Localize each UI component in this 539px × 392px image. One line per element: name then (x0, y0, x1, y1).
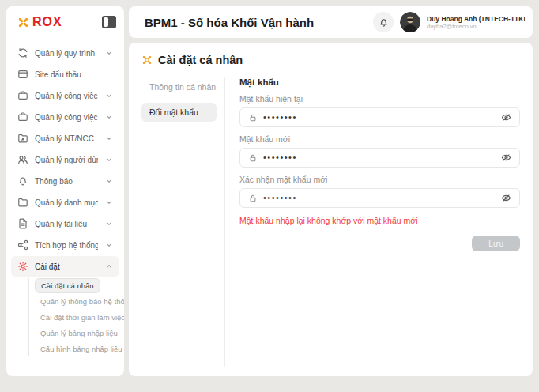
eye-off-icon[interactable] (501, 112, 511, 122)
briefcase-icon (17, 90, 28, 101)
sidebar-item-label: Quản lý quy trình (35, 49, 98, 58)
confirm-password-label: Xác nhận mật khẩu mới (239, 175, 520, 184)
sidebar-item-label: Quản lý tài liệu (35, 220, 98, 228)
new-password-input[interactable]: •••••••• (239, 148, 520, 168)
sidebar-item-quan-ly-cong-viec-1[interactable]: Quản lý công việc (11, 85, 119, 106)
sidebar-logo-row: ROX (6, 6, 124, 38)
site-icon (17, 69, 28, 80)
top-bar: BPM1 - Số hóa Khối Vận hành Duy Hoang An… (129, 6, 533, 38)
sidebar-item-label: Tích hợp hệ thống (35, 241, 98, 250)
sidebar-item-label: Quản lý NT/NCC (35, 134, 98, 143)
top-bar-actions: Duy Hoang Anh (TNTECH-TTKD TKT... duyha2… (373, 12, 525, 32)
tab-change-password[interactable]: Đổi mật khẩu (141, 103, 217, 122)
page-title: Cài đặt cá nhân (158, 54, 243, 66)
briefcase-icon (17, 111, 28, 122)
masked-password-value: •••••••• (263, 194, 496, 202)
process-icon (17, 47, 28, 58)
app-title: BPM1 - Số hóa Khối Vận hành (145, 16, 373, 29)
avatar[interactable] (400, 12, 420, 32)
eye-off-icon[interactable] (501, 193, 511, 203)
chevron-down-icon (104, 91, 114, 100)
submenu-item-cai-dat-ca-nhan[interactable]: Cài đặt cá nhân (35, 278, 100, 293)
submenu-item-quan-ly-thong-bao-he-thong[interactable]: Quản lý thông báo hệ thống (35, 294, 119, 309)
chevron-down-icon (104, 48, 114, 58)
current-password-input[interactable]: •••••••• (239, 107, 520, 127)
lock-icon (248, 113, 258, 122)
settings-tabs: Thông tin cá nhân Đổi mật khẩu (141, 77, 225, 367)
app-window: ROX Quản lý quy trình Site đấu thầu Quản… (0, 0, 539, 392)
sidebar-item-label: Thông báo (35, 177, 98, 186)
folder-user-icon (17, 133, 28, 144)
chevron-down-icon (104, 134, 114, 143)
sidebar-collapse-icon[interactable] (102, 16, 116, 28)
bell-icon (17, 175, 28, 187)
current-password-label: Mật khẩu hiện tại (239, 94, 520, 104)
sidebar-item-label: Quản lý danh mục (35, 198, 98, 207)
submenu-item-cai-dat-thoi-gian-lam-viec[interactable]: Cài đặt thời gian làm việc (35, 310, 119, 325)
sidebar-item-tich-hop-he-thong[interactable]: Tích hợp hệ thống (11, 235, 119, 255)
sidebar-item-quan-ly-tai-lieu[interactable]: Quản lý tài liệu (11, 213, 119, 234)
chevron-down-icon (104, 219, 114, 228)
sidebar-item-quan-ly-nguoi-dung[interactable]: Quản lý người dùng (11, 149, 119, 170)
sidebar-menu: Quản lý quy trình Site đấu thầu Quản lý … (6, 38, 124, 376)
gear-icon (17, 261, 28, 272)
page-title-icon (141, 55, 153, 66)
section-title: Mật khẩu (239, 77, 520, 87)
sidebar-item-label: Cài đặt (35, 262, 98, 271)
document-icon (17, 218, 28, 229)
sidebar-item-label: Quản lý công việc (35, 92, 98, 100)
bell-icon (379, 17, 389, 28)
settings-body: Thông tin cá nhân Đổi mật khẩu Mật khẩu … (141, 77, 520, 367)
sidebar-item-label: Quản lý công việc (35, 113, 98, 122)
sidebar-item-quan-ly-cong-viec-2[interactable]: Quản lý công việc (11, 107, 119, 127)
users-icon (17, 154, 28, 165)
sidebar-item-quan-ly-quy-trinh[interactable]: Quản lý quy trình (11, 43, 119, 63)
save-button[interactable]: Lưu (472, 236, 520, 251)
eye-off-icon[interactable] (501, 153, 511, 163)
chevron-down-icon (104, 176, 114, 186)
lock-icon (248, 194, 258, 203)
sidebar-item-thong-bao[interactable]: Thông báo (11, 171, 119, 191)
chevron-down-icon (104, 240, 114, 250)
chevron-down-icon (104, 112, 114, 122)
chevron-down-icon (104, 155, 114, 164)
sidebar-item-label: Site đấu thầu (35, 70, 114, 79)
sidebar-item-site-dau-thau[interactable]: Site đấu thầu (11, 64, 119, 85)
submenu-item-quan-ly-bang-nhap-lieu[interactable]: Quản lý bảng nhập liệu (35, 326, 119, 341)
new-password-label: Mật khẩu mới (239, 134, 520, 144)
masked-password-value: •••••••• (263, 113, 496, 122)
settings-submenu: Cài đặt cá nhân Quản lý thông báo hệ thố… (28, 278, 119, 356)
rox-logo-icon (17, 17, 29, 28)
logo-text: ROX (32, 15, 62, 29)
page-title-row: Cài đặt cá nhân (141, 54, 520, 66)
user-name: Duy Hoang Anh (TNTECH-TTKD TKT... (427, 15, 525, 23)
integration-icon (17, 239, 28, 251)
lock-icon (248, 153, 258, 163)
rox-logo: ROX (17, 15, 102, 29)
notification-bell-button[interactable] (373, 12, 394, 32)
password-form: Mật khẩu Mật khẩu hiện tại •••••••• Mật … (225, 77, 520, 367)
submenu-item-cau-hinh-bang-nhap-lieu[interactable]: Cấu hình bảng nhập liệu (35, 341, 119, 356)
user-info[interactable]: Duy Hoang Anh (TNTECH-TTKD TKT... duyha2… (427, 15, 525, 30)
password-mismatch-error: Mật khẩu nhập lại không khớp với mật khẩ… (239, 216, 520, 225)
chevron-up-icon (104, 262, 114, 271)
chevron-down-icon (104, 198, 114, 207)
folder-icon (17, 197, 28, 208)
masked-password-value: •••••••• (263, 153, 496, 162)
sidebar-item-label: Quản lý người dùng (35, 156, 98, 164)
content-panel: Cài đặt cá nhân Thông tin cá nhân Đổi mậ… (129, 43, 533, 376)
form-actions: Lưu (239, 236, 520, 251)
sidebar-item-quan-ly-danh-muc[interactable]: Quản lý danh mục (11, 192, 119, 213)
sidebar-item-quan-ly-nt-ncc[interactable]: Quản lý NT/NCC (11, 128, 119, 149)
sidebar-item-cai-dat[interactable]: Cài đặt (11, 256, 119, 277)
tab-personal-info[interactable]: Thông tin cá nhân (141, 77, 217, 96)
confirm-password-input[interactable]: •••••••• (239, 188, 520, 208)
user-email: duyha2@tnteco.vn (427, 23, 525, 30)
sidebar: ROX Quản lý quy trình Site đấu thầu Quản… (6, 6, 124, 376)
main-column: BPM1 - Số hóa Khối Vận hành Duy Hoang An… (129, 6, 533, 376)
